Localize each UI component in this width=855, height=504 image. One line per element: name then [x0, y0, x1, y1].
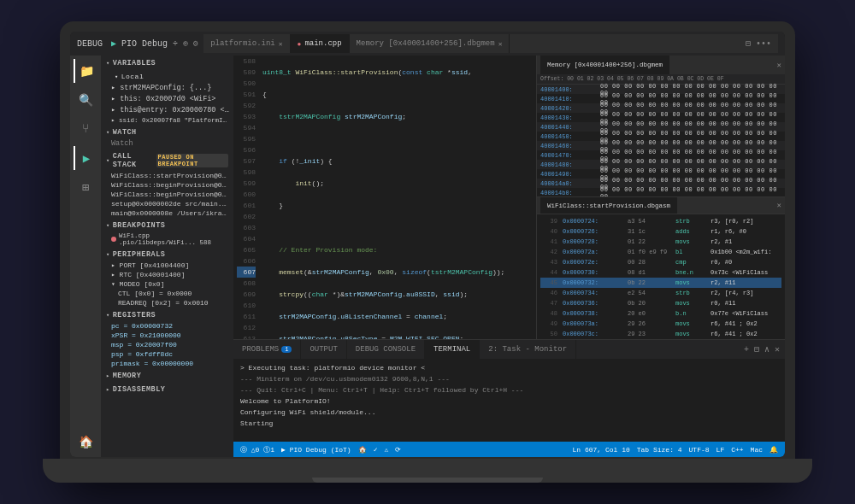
callstack-item-4[interactable]: setup@0x0000002de src/main.cpp — [101, 199, 233, 208]
laptop-outer: DEBUG ▶ PIO Debug ÷ ⊕ ⚙ platformio.ini ✕… — [60, 21, 795, 483]
activity-debug-icon[interactable]: ▶ — [74, 146, 97, 170]
disassembly-section-header[interactable]: ▸ DISASSEMBLY — [101, 382, 233, 396]
activity-extensions-icon[interactable]: ⊞ — [74, 175, 97, 199]
bp-dot — [111, 237, 116, 242]
maximize-terminal-icon[interactable]: ✕ — [775, 344, 780, 355]
status-bell-icon[interactable]: 🔔 — [770, 446, 778, 454]
reg-xpsr: xPSR = 0x21000000 — [101, 331, 233, 340]
sidebar-item-thisentry[interactable]: ▸ this@entry: 0x20000780 <WiFi> — [101, 104, 233, 115]
disasm-row-3: 410x0000728:01 22movsr2, #1 — [540, 237, 781, 247]
tab-main-cpp[interactable]: ● main.cpp — [291, 34, 350, 53]
tab-task-monitor[interactable]: 2: Task - Monitor — [480, 340, 576, 359]
reg-primask: primask = 0x00000000 — [101, 359, 233, 368]
status-debug[interactable]: ▶ PIO Debug (IoT) — [281, 446, 351, 454]
code-lines: 588589590591 592593594595 596597598599 6… — [233, 56, 536, 339]
screen: DEBUG ▶ PIO Debug ÷ ⊕ ⚙ platformio.ini ✕… — [70, 32, 785, 457]
callstack-item-2[interactable]: WiFiClass::beginProvision@0x0000008 — [101, 180, 233, 190]
tab-memory[interactable]: Memory [0x40001400+256].dbgmem ✕ — [350, 34, 510, 53]
callstack-section-header[interactable]: ▾ CALL STACK PAUSED ON BREAKPOINT — [101, 149, 233, 171]
left-pane: 588589590591 592593594595 596597598599 6… — [233, 56, 537, 339]
tab-close-icon[interactable]: ✕ — [279, 40, 283, 48]
status-eol[interactable]: LF — [716, 446, 725, 454]
sidebar: ▾ VARIABLES ▾ Local ▸ strM2MAPConfig: {.… — [101, 56, 233, 457]
close-disasm-tab[interactable]: ✕ — [777, 201, 781, 210]
peripheral-port[interactable]: ▸ PORT [0x41004400] — [101, 261, 233, 270]
settings-icon[interactable]: ⚙ — [193, 38, 198, 49]
callstack-item-5[interactable]: main@0x0000008e /Users/ikravets... — [101, 208, 233, 218]
disasm-content: 390x0000724:a3 54strbr3, [r0, r2] 400x00… — [537, 214, 785, 339]
sidebar-item-ssid[interactable]: ▸ ssid: 0x20007fa8 "PlatformIO-3i... — [101, 115, 233, 125]
close-terminal-icon[interactable]: ∧ — [764, 344, 770, 355]
registers-section-header[interactable]: ▾ REGISTERS — [101, 308, 233, 321]
sidebar-item-strm2map[interactable]: ▸ strM2MAPConfig: {...} — [101, 82, 233, 93]
disasm-row-5: 430x000072e:00 28cmpr0, #0 — [540, 257, 781, 267]
separator-icon: ⊕ — [183, 38, 188, 49]
activity-git-icon[interactable]: ⑂ — [74, 117, 97, 141]
status-warning: ⚠ — [385, 446, 389, 454]
memory-section-header[interactable]: ▸ MEMORY — [101, 368, 233, 382]
status-home[interactable]: 🏠 — [358, 446, 367, 454]
variables-section-header[interactable]: ▾ VARIABLES — [101, 56, 233, 69]
bottom-tabs: PROBLEMS 1 OUTPUT DEBUG CONSOLE TERMINAL… — [233, 340, 785, 359]
breakpoints-section-header[interactable]: ▾ BREAKPOINTS — [101, 218, 233, 231]
split-icon[interactable]: ⊟ — [746, 38, 751, 49]
line-numbers: 588589590591 592593594595 596597598599 6… — [233, 56, 259, 339]
tab-label: Memory [0x40001400+256].dbgmem — [357, 39, 495, 48]
terminal-content[interactable]: > Executing task: platformio device moni… — [233, 359, 785, 442]
status-encoding[interactable]: UTF-8 — [689, 446, 710, 454]
peripheral-mode0[interactable]: ▾ MODEO [0x0] — [101, 279, 233, 289]
watch-section-header[interactable]: ▾ WATCH — [101, 125, 233, 138]
callstack-item-1[interactable]: WiFiClass::startProvision@0x0000007 — [101, 171, 233, 180]
status-left: ⓪ △0 ①1 ▶ PIO Debug (IoT) 🏠 ✓ ⚠ ⟳ — [240, 445, 401, 454]
tab-terminal[interactable]: TERMINAL — [425, 340, 480, 359]
tab-bar: platformio.ini ✕ ● main.cpp Memory [0x40… — [203, 34, 778, 53]
code-content[interactable]: uint8_t WiFiClass::startProvision(const … — [259, 56, 536, 339]
local-label: ▾ Local — [101, 69, 233, 82]
terminal-line-2: --- Miniterm on /dev/cu.usbmodem0132 960… — [240, 373, 778, 384]
terminal-line-3: --- Quit: Ctrl+C | Menu: Ctrl+T | Help: … — [240, 384, 778, 396]
status-tab-size[interactable]: Tab Size: 4 — [637, 446, 682, 454]
peripheral-rtc[interactable]: ▸ RTC [0x40001400] — [101, 270, 233, 279]
right-split: Memory [0x40001400+256].dbgmem ✕ Offset:… — [537, 56, 785, 339]
activity-bar: 📁 🔍 ⑂ ▶ ⊞ 🏠 — [70, 56, 101, 457]
activity-files-icon[interactable]: 📁 — [74, 59, 97, 83]
disasm-row-11: 490x000073a:29 26movsr6, #41 ; 0x2 — [540, 319, 781, 329]
status-sync[interactable]: ⟳ — [395, 446, 401, 454]
tab-output[interactable]: OUTPUT — [301, 340, 346, 359]
split-terminal-icon[interactable]: ⊟ — [754, 344, 759, 355]
reg-psp: psp = 0xfdff8dc — [101, 349, 233, 359]
sidebar-item-this[interactable]: ▸ this: 0x20007d0 <WiFi> — [101, 93, 233, 104]
disasm-row-4: 420x000072a:01 f0 e9 f9bl0x1b00 <m2m_wif… — [540, 247, 781, 257]
status-right: Ln 607, Col 10 Tab Size: 4 UTF-8 LF C++ … — [573, 446, 778, 454]
tab-close-icon[interactable]: ✕ — [498, 40, 503, 48]
terminal-line-4: Welcome to PlatformIO! — [240, 396, 778, 407]
play-icon[interactable]: ▶ — [111, 38, 116, 49]
disasm-tab[interactable]: WiFiClass::startProvision.dbgasm — [540, 197, 677, 214]
disasm-row-8: 460x0000734:e2 54strbr2, [r4, r3] — [540, 288, 781, 298]
tab-label: platformio.ini — [210, 39, 275, 48]
bp-item-1: WiFi.cpp .pio/libdeps/WiFi... 588 — [101, 231, 233, 247]
editor-area: 588589590591 592593594595 596597598599 6… — [233, 56, 785, 457]
disassembly-panel: WiFiClass::startProvision.dbgasm ✕ 390x0… — [537, 197, 785, 339]
tab-problems[interactable]: PROBLEMS 1 — [233, 340, 301, 359]
status-language[interactable]: C++ — [731, 446, 743, 454]
peripherals-section-header[interactable]: ▾ PERIPHERALS — [101, 247, 233, 261]
terminal-line-5: Configuring WiFi shield/module... — [240, 407, 778, 418]
debug-label: DEBUG — [77, 39, 103, 49]
terminal-line-6: Starting — [240, 418, 778, 429]
activity-search-icon[interactable]: 🔍 — [74, 88, 97, 112]
peripheral-ctl[interactable]: CTL [0x0] = 0x0000 — [101, 289, 233, 298]
activity-pio-icon[interactable]: 🏠 — [74, 430, 97, 454]
watch-label: Watch — [101, 138, 233, 149]
memory-tab[interactable]: Memory [0x40001400+256].dbgmem — [540, 56, 669, 74]
tab-platformio-ini[interactable]: platformio.ini ✕ — [203, 34, 290, 53]
close-memory-tab[interactable]: ✕ — [777, 61, 781, 70]
tab-label: main.cpp — [304, 39, 341, 48]
tab-debug-console[interactable]: DEBUG CONSOLE — [347, 340, 425, 359]
peripheral-readreq[interactable]: READREQ [0x2] = 0x0010 — [101, 298, 233, 308]
status-errors[interactable]: ⓪ △0 ①1 — [240, 445, 274, 454]
add-terminal-icon[interactable]: + — [744, 345, 749, 355]
more-icon[interactable]: ••• — [756, 39, 771, 49]
callstack-item-3[interactable]: WiFiClass::beginProvision@0x0000008 — [101, 190, 233, 199]
disasm-row-2: 400x0000726:31 1caddsr1, r6, #0 — [540, 226, 781, 237]
